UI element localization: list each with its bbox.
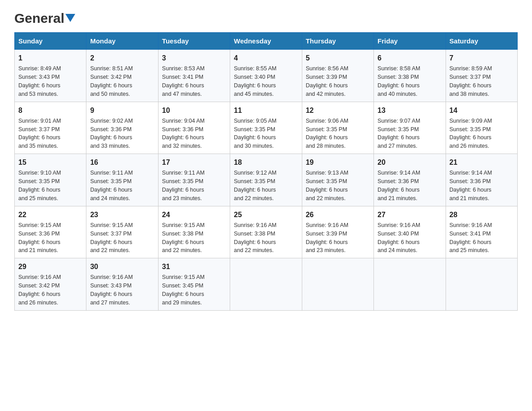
day-number: 11 bbox=[234, 105, 298, 116]
calendar-week-row: 22 Sunrise: 9:15 AMSunset: 3:36 PMDaylig… bbox=[15, 206, 518, 258]
calendar-day-cell: 15 Sunrise: 9:10 AMSunset: 3:35 PMDaylig… bbox=[15, 154, 86, 206]
day-number: 4 bbox=[234, 53, 298, 63]
day-info: Sunrise: 9:16 AMSunset: 3:40 PMDaylight:… bbox=[378, 222, 420, 254]
day-number: 27 bbox=[378, 210, 442, 220]
calendar-week-row: 15 Sunrise: 9:10 AMSunset: 3:35 PMDaylig… bbox=[15, 154, 518, 206]
day-info: Sunrise: 9:07 AMSunset: 3:35 PMDaylight:… bbox=[378, 118, 420, 150]
day-number: 3 bbox=[162, 53, 226, 63]
day-number: 8 bbox=[18, 105, 82, 116]
day-info: Sunrise: 9:04 AMSunset: 3:36 PMDaylight:… bbox=[162, 118, 205, 150]
day-info: Sunrise: 9:11 AMSunset: 3:35 PMDaylight:… bbox=[162, 170, 205, 201]
day-info: Sunrise: 9:15 AMSunset: 3:37 PMDaylight:… bbox=[90, 222, 133, 254]
day-info: Sunrise: 9:16 AMSunset: 3:42 PMDaylight:… bbox=[18, 274, 61, 306]
calendar-day-cell: 7 Sunrise: 8:59 AMSunset: 3:37 PMDayligh… bbox=[446, 50, 517, 102]
day-info: Sunrise: 9:15 AMSunset: 3:38 PMDaylight:… bbox=[162, 222, 205, 254]
day-info: Sunrise: 9:11 AMSunset: 3:35 PMDaylight:… bbox=[90, 170, 133, 201]
calendar-day-cell: 8 Sunrise: 9:01 AMSunset: 3:37 PMDayligh… bbox=[15, 102, 86, 154]
day-info: Sunrise: 9:14 AMSunset: 3:36 PMDaylight:… bbox=[450, 170, 492, 201]
day-number: 13 bbox=[378, 105, 442, 116]
day-number: 22 bbox=[18, 210, 82, 220]
day-number: 21 bbox=[450, 157, 514, 167]
calendar-day-cell: 13 Sunrise: 9:07 AMSunset: 3:35 PMDaylig… bbox=[374, 102, 446, 154]
calendar-day-cell: 16 Sunrise: 9:11 AMSunset: 3:35 PMDaylig… bbox=[86, 154, 158, 206]
calendar-day-cell: 22 Sunrise: 9:15 AMSunset: 3:36 PMDaylig… bbox=[15, 206, 86, 258]
calendar-day-cell: 20 Sunrise: 9:14 AMSunset: 3:36 PMDaylig… bbox=[374, 154, 446, 206]
day-number: 15 bbox=[18, 157, 82, 167]
day-number: 12 bbox=[306, 105, 370, 116]
calendar-day-cell: 21 Sunrise: 9:14 AMSunset: 3:36 PMDaylig… bbox=[446, 154, 517, 206]
svg-marker-0 bbox=[65, 14, 75, 22]
col-friday: Friday bbox=[374, 33, 446, 50]
calendar-day-cell: 1 Sunrise: 8:49 AMSunset: 3:43 PMDayligh… bbox=[15, 50, 86, 102]
day-info: Sunrise: 9:01 AMSunset: 3:37 PMDaylight:… bbox=[18, 118, 61, 150]
page-header: General bbox=[14, 11, 518, 24]
day-info: Sunrise: 9:15 AMSunset: 3:45 PMDaylight:… bbox=[162, 274, 205, 306]
day-number: 31 bbox=[162, 261, 226, 272]
calendar-day-cell: 11 Sunrise: 9:05 AMSunset: 3:35 PMDaylig… bbox=[230, 102, 302, 154]
day-info: Sunrise: 8:53 AMSunset: 3:41 PMDaylight:… bbox=[162, 65, 205, 97]
day-number: 7 bbox=[450, 53, 514, 63]
col-monday: Monday bbox=[86, 33, 158, 50]
col-tuesday: Tuesday bbox=[158, 33, 230, 50]
calendar-day-cell: 28 Sunrise: 9:16 AMSunset: 3:41 PMDaylig… bbox=[446, 206, 517, 258]
day-info: Sunrise: 9:12 AMSunset: 3:35 PMDaylight:… bbox=[234, 170, 276, 201]
calendar-table: Sunday Monday Tuesday Wednesday Thursday… bbox=[14, 32, 518, 311]
day-info: Sunrise: 8:58 AMSunset: 3:38 PMDaylight:… bbox=[378, 65, 420, 97]
day-info: Sunrise: 9:09 AMSunset: 3:35 PMDaylight:… bbox=[450, 118, 492, 150]
day-number: 23 bbox=[90, 210, 154, 220]
calendar-day-cell: 31 Sunrise: 9:15 AMSunset: 3:45 PMDaylig… bbox=[158, 258, 230, 311]
calendar-week-row: 29 Sunrise: 9:16 AMSunset: 3:42 PMDaylig… bbox=[15, 258, 518, 311]
calendar-day-cell: 9 Sunrise: 9:02 AMSunset: 3:36 PMDayligh… bbox=[86, 102, 158, 154]
calendar-day-cell: 10 Sunrise: 9:04 AMSunset: 3:36 PMDaylig… bbox=[158, 102, 230, 154]
day-info: Sunrise: 9:02 AMSunset: 3:36 PMDaylight:… bbox=[90, 118, 133, 150]
day-number: 24 bbox=[162, 210, 226, 220]
col-thursday: Thursday bbox=[302, 33, 373, 50]
calendar-day-cell: 30 Sunrise: 9:16 AMSunset: 3:43 PMDaylig… bbox=[86, 258, 158, 311]
day-number: 19 bbox=[306, 157, 370, 167]
calendar-day-cell: 17 Sunrise: 9:11 AMSunset: 3:35 PMDaylig… bbox=[158, 154, 230, 206]
calendar-day-cell: 3 Sunrise: 8:53 AMSunset: 3:41 PMDayligh… bbox=[158, 50, 230, 102]
day-info: Sunrise: 8:51 AMSunset: 3:42 PMDaylight:… bbox=[90, 65, 133, 97]
day-info: Sunrise: 9:14 AMSunset: 3:36 PMDaylight:… bbox=[378, 170, 420, 201]
calendar-day-cell: 12 Sunrise: 9:06 AMSunset: 3:35 PMDaylig… bbox=[302, 102, 373, 154]
calendar-day-cell: 6 Sunrise: 8:58 AMSunset: 3:38 PMDayligh… bbox=[374, 50, 446, 102]
calendar-header-row: Sunday Monday Tuesday Wednesday Thursday… bbox=[15, 33, 518, 50]
day-number: 16 bbox=[90, 157, 154, 167]
day-number: 9 bbox=[90, 105, 154, 116]
day-number: 29 bbox=[18, 261, 82, 272]
calendar-week-row: 1 Sunrise: 8:49 AMSunset: 3:43 PMDayligh… bbox=[15, 50, 518, 102]
day-info: Sunrise: 8:49 AMSunset: 3:43 PMDaylight:… bbox=[18, 65, 61, 97]
calendar-day-cell bbox=[446, 258, 517, 311]
day-number: 5 bbox=[306, 53, 370, 63]
calendar-day-cell bbox=[302, 258, 373, 311]
calendar-day-cell: 5 Sunrise: 8:56 AMSunset: 3:39 PMDayligh… bbox=[302, 50, 373, 102]
day-info: Sunrise: 9:05 AMSunset: 3:35 PMDaylight:… bbox=[234, 118, 276, 150]
col-saturday: Saturday bbox=[446, 33, 517, 50]
day-number: 6 bbox=[378, 53, 442, 63]
calendar-day-cell: 14 Sunrise: 9:09 AMSunset: 3:35 PMDaylig… bbox=[446, 102, 517, 154]
day-number: 17 bbox=[162, 157, 226, 167]
day-info: Sunrise: 9:16 AMSunset: 3:39 PMDaylight:… bbox=[306, 222, 348, 254]
calendar-day-cell: 24 Sunrise: 9:15 AMSunset: 3:38 PMDaylig… bbox=[158, 206, 230, 258]
day-info: Sunrise: 9:10 AMSunset: 3:35 PMDaylight:… bbox=[18, 170, 61, 201]
calendar-week-row: 8 Sunrise: 9:01 AMSunset: 3:37 PMDayligh… bbox=[15, 102, 518, 154]
calendar-day-cell: 27 Sunrise: 9:16 AMSunset: 3:40 PMDaylig… bbox=[374, 206, 446, 258]
calendar-day-cell: 18 Sunrise: 9:12 AMSunset: 3:35 PMDaylig… bbox=[230, 154, 302, 206]
day-info: Sunrise: 8:59 AMSunset: 3:37 PMDaylight:… bbox=[450, 65, 492, 97]
day-info: Sunrise: 8:55 AMSunset: 3:40 PMDaylight:… bbox=[234, 65, 276, 97]
day-info: Sunrise: 8:56 AMSunset: 3:39 PMDaylight:… bbox=[306, 65, 348, 97]
col-sunday: Sunday bbox=[15, 33, 86, 50]
calendar-day-cell: 25 Sunrise: 9:16 AMSunset: 3:38 PMDaylig… bbox=[230, 206, 302, 258]
day-number: 28 bbox=[450, 210, 514, 220]
logo-arrow-icon bbox=[65, 14, 75, 24]
calendar-day-cell bbox=[374, 258, 446, 311]
day-number: 25 bbox=[234, 210, 298, 220]
day-info: Sunrise: 9:16 AMSunset: 3:41 PMDaylight:… bbox=[450, 222, 492, 254]
col-wednesday: Wednesday bbox=[230, 33, 302, 50]
day-info: Sunrise: 9:06 AMSunset: 3:35 PMDaylight:… bbox=[306, 118, 348, 150]
day-number: 30 bbox=[90, 261, 154, 272]
calendar-day-cell: 29 Sunrise: 9:16 AMSunset: 3:42 PMDaylig… bbox=[15, 258, 86, 311]
calendar-day-cell: 4 Sunrise: 8:55 AMSunset: 3:40 PMDayligh… bbox=[230, 50, 302, 102]
day-info: Sunrise: 9:16 AMSunset: 3:43 PMDaylight:… bbox=[90, 274, 133, 306]
calendar-day-cell: 23 Sunrise: 9:15 AMSunset: 3:37 PMDaylig… bbox=[86, 206, 158, 258]
